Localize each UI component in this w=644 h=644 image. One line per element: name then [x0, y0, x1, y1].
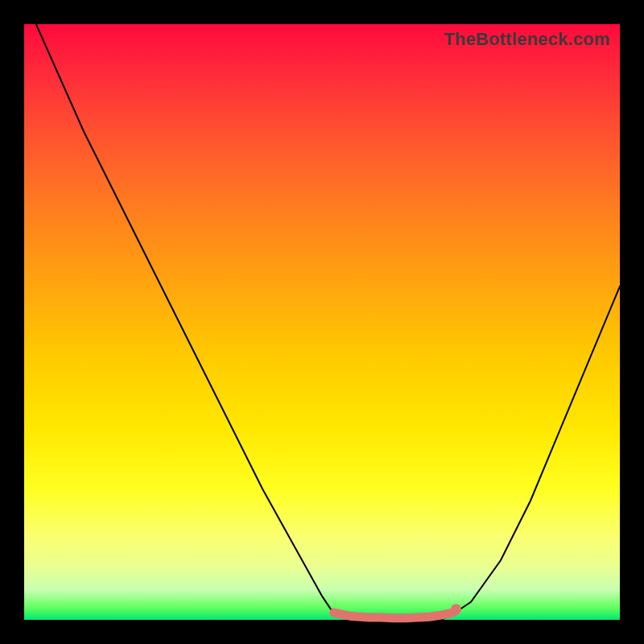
- watermark-label: TheBottleneck.com: [444, 29, 610, 50]
- chart-svg: [24, 24, 620, 620]
- plot-area: TheBottleneck.com: [24, 24, 620, 620]
- highlight-path: [334, 613, 453, 618]
- highlight-end-dot: [451, 604, 461, 614]
- chart-frame: TheBottleneck.com: [0, 0, 644, 644]
- main-curve-path: [36, 24, 620, 620]
